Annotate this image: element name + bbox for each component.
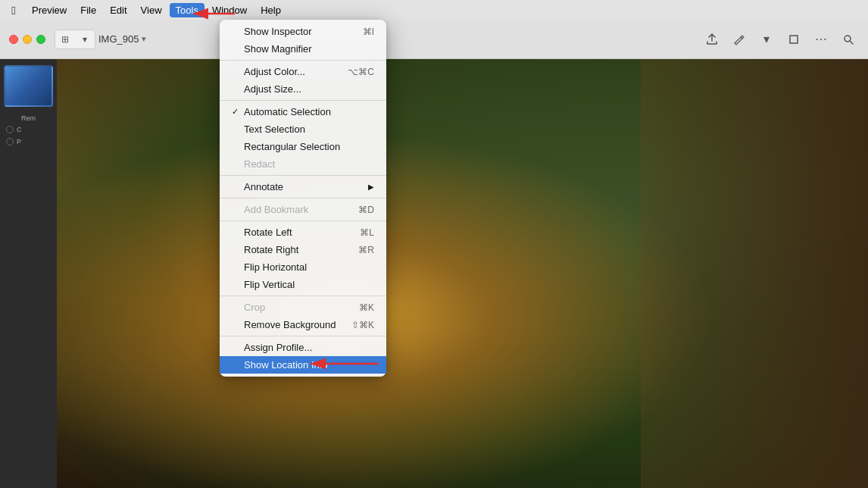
checkmark-automatic-selection: ✓: [232, 107, 241, 117]
markup-dropdown-icon[interactable]: ▾: [756, 29, 777, 50]
menubar:  Preview File Edit View Tools Window He…: [0, 0, 868, 20]
menu-separator: [220, 175, 386, 176]
tools-dropdown-menu: Show Inspector⌘IShow MagnifierAdjust Col…: [220, 20, 386, 377]
titlebar: ⊞ ▾ IMG_905 ▾ ▾ ⋯: [0, 20, 868, 59]
menu-item-label-adjust-size: Adjust Size...: [244, 83, 301, 95]
menu-item-flip-vertical[interactable]: Flip Vertical: [220, 276, 386, 293]
search-icon[interactable]: [838, 29, 859, 50]
submenu-arrow-annotate: ▶: [368, 183, 374, 191]
menu-item-flip-horizontal[interactable]: Flip Horizontal: [220, 258, 386, 276]
tree-overlay: [641, 59, 868, 488]
shortcut-add-bookmark: ⌘D: [358, 205, 374, 215]
traffic-lights: [9, 35, 45, 44]
more-options-icon[interactable]: ⋯: [810, 29, 832, 50]
menu-item-adjust-size[interactable]: Adjust Size...: [220, 80, 386, 98]
grid-view-button[interactable]: ⊞: [55, 30, 75, 48]
menu-item-label-adjust-color: Adjust Color...: [244, 66, 305, 77]
sidebar-item-1-label: C: [17, 126, 22, 133]
sidebar-item-1[interactable]: C: [3, 124, 54, 136]
menu-item-rotate-right[interactable]: Rotate Right⌘R: [220, 241, 386, 258]
crop-icon[interactable]: [783, 29, 804, 50]
menu-separator: [220, 100, 386, 101]
menu-item-label-crop: Crop: [244, 302, 265, 313]
menu-item-show-magnifier[interactable]: Show Magnifier: [220, 40, 386, 58]
thumbnail-image[interactable]: [4, 65, 53, 107]
location-info-arrow-annotation: [295, 349, 386, 382]
menubar-view[interactable]: View: [135, 3, 168, 17]
apple-menu[interactable]: : [6, 2, 21, 17]
shortcut-crop: ⌘K: [359, 302, 374, 313]
menubar-help[interactable]: Help: [254, 3, 287, 17]
menu-separator: [220, 296, 386, 296]
menu-item-label-remove-background: Remove Background: [244, 319, 336, 330]
menu-item-label-redact: Redact: [244, 158, 275, 170]
menu-separator: [220, 198, 386, 199]
shortcut-rotate-left: ⌘L: [360, 227, 374, 238]
svg-rect-1: [790, 36, 798, 43]
photo-area: [57, 59, 868, 488]
view-toggle: ⊞ ▾: [55, 30, 95, 49]
menu-item-remove-background[interactable]: Remove Background⇧⌘K: [220, 316, 386, 333]
menu-item-rotate-left[interactable]: Rotate Left⌘L: [220, 224, 386, 241]
markup-icon[interactable]: [729, 29, 750, 50]
shortcut-remove-background: ⇧⌘K: [351, 320, 374, 330]
filename-title: IMG_905: [98, 33, 139, 45]
menu-item-label-annotate: Annotate: [244, 181, 283, 192]
sidebar-circle-1: [6, 126, 14, 133]
menu-item-label-automatic-selection: Automatic Selection: [244, 106, 331, 117]
menu-item-show-inspector[interactable]: Show Inspector⌘I: [220, 23, 386, 40]
share-icon[interactable]: [701, 29, 723, 50]
toolbar-icons: ▾ ⋯: [701, 29, 859, 50]
menu-item-adjust-color[interactable]: Adjust Color...⌥⌘C: [220, 63, 386, 80]
menu-separator: [220, 336, 386, 336]
menu-item-redact: Redact: [220, 155, 386, 173]
menu-item-label-flip-vertical: Flip Vertical: [244, 279, 295, 290]
menu-item-label-flip-horizontal: Flip Horizontal: [244, 261, 307, 273]
sidebar-item-2-label: P: [17, 138, 21, 145]
apple-icon: : [11, 4, 15, 17]
menu-item-text-selection[interactable]: Text Selection: [220, 120, 386, 138]
maximize-button[interactable]: [36, 35, 45, 44]
menubar-edit[interactable]: Edit: [104, 3, 133, 17]
menu-item-label-text-selection: Text Selection: [244, 124, 305, 135]
shortcut-adjust-color: ⌥⌘C: [348, 67, 374, 77]
menu-item-label-show-magnifier: Show Magnifier: [244, 43, 312, 55]
shortcut-rotate-right: ⌘R: [358, 245, 374, 255]
close-button[interactable]: [9, 35, 18, 44]
sidebar: Rem C P: [0, 59, 57, 488]
menu-separator: [220, 221, 386, 221]
menu-item-crop: Crop⌘K: [220, 299, 386, 316]
menu-item-label-rotate-right: Rotate Right: [244, 244, 298, 255]
menubar-file[interactable]: File: [74, 3, 102, 17]
sidebar-circle-2: [6, 138, 14, 145]
minimize-button[interactable]: [23, 35, 32, 44]
filename-chevron[interactable]: ▾: [142, 34, 146, 44]
menu-item-label-add-bookmark: Add Bookmark: [244, 204, 308, 215]
menu-item-label-rectangular-selection: Rectangular Selection: [244, 141, 340, 152]
menubar-preview[interactable]: Preview: [26, 3, 73, 17]
tools-arrow-annotation: [182, 3, 242, 27]
menu-item-automatic-selection[interactable]: ✓Automatic Selection: [220, 103, 386, 120]
shortcut-show-inspector: ⌘I: [363, 27, 374, 37]
menu-item-annotate[interactable]: Annotate▶: [220, 178, 386, 196]
svg-line-3: [850, 41, 853, 44]
menu-separator: [220, 60, 386, 61]
sidebar-item-2[interactable]: P: [3, 136, 54, 148]
remove-background-label: Rem: [3, 113, 54, 124]
menu-item-label-show-inspector: Show Inspector: [244, 26, 312, 37]
menu-item-rectangular-selection[interactable]: Rectangular Selection: [220, 138, 386, 155]
menu-item-label-rotate-left: Rotate Left: [244, 227, 292, 238]
list-view-button[interactable]: ▾: [75, 30, 95, 48]
menu-item-add-bookmark: Add Bookmark⌘D: [220, 201, 386, 218]
